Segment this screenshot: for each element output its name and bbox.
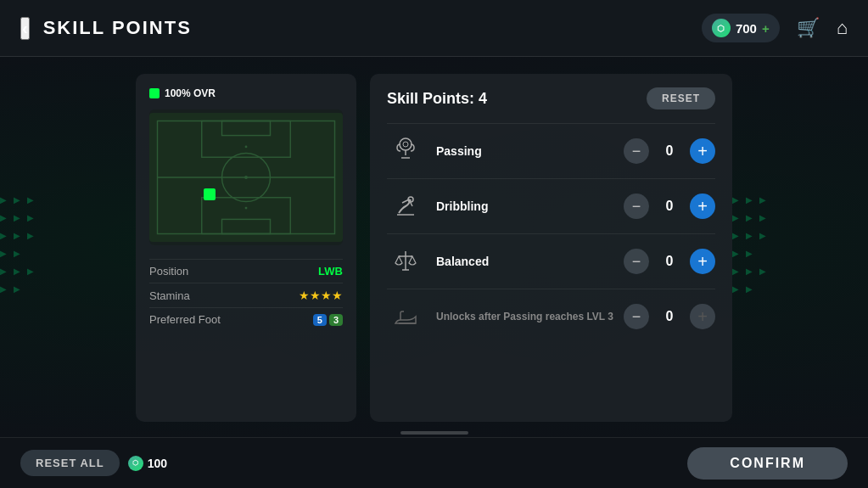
stamina-label: Stamina [149,289,190,302]
svg-point-7 [245,145,248,148]
skills-title: Skill Points: 4 [387,90,487,108]
reset-all-group: RESET ALL ⬡ 100 [20,450,167,476]
locked-skill-name: Unlocks after Passing reaches LVL 3 [436,311,624,323]
balanced-plus-button[interactable]: + [690,249,715,274]
currency-plus: + [762,21,770,36]
svg-point-11 [400,138,412,150]
locked-plus-button[interactable]: + [690,304,715,329]
balanced-count: 0 [661,254,678,269]
balanced-minus-button[interactable]: − [624,249,649,274]
dribbling-icon [387,188,424,225]
passing-name: Passing [436,144,624,158]
bottom-currency-icon: ⬡ [128,456,143,471]
player-position-dot [204,188,216,200]
locked-minus-button[interactable]: − [624,304,649,329]
passing-plus-button[interactable]: + [690,138,715,164]
dribbling-minus-button[interactable]: − [624,194,649,219]
svg-point-14 [403,142,408,147]
position-row: Position LWB [149,259,343,283]
skill-row-balanced: Balanced − 0 + [387,233,715,289]
preferred-foot-label: Preferred Foot [149,313,221,326]
ovr-badge: 100% OVR [149,87,343,99]
balanced-controls: − 0 + [624,249,715,274]
reset-button[interactable]: RESET [647,87,715,109]
left-foot-badge: 5 [313,314,327,326]
currency-amount: 700 [736,21,757,36]
passing-count: 0 [661,143,678,159]
passing-controls: − 0 + [624,138,715,164]
passing-minus-button[interactable]: − [624,138,649,164]
stamina-row: Stamina ★★★★ [149,283,343,307]
currency-badge: ⬡ 700 + [702,14,780,42]
right-foot-badge: 3 [329,314,343,326]
bottom-currency-amount: 100 [148,457,167,470]
locked-controls: − 0 + [624,304,715,329]
bottom-bar: RESET ALL ⬡ 100 CONFIRM [0,437,868,488]
skill-row-locked: Unlocks after Passing reaches LVL 3 − 0 … [387,289,715,344]
pitch-display [149,109,343,245]
dribbling-name: Dribbling [436,199,624,213]
skills-header: Skill Points: 4 RESET [387,87,715,109]
cart-icon[interactable]: 🛒 [797,17,820,39]
player-card: 100% OVR [136,74,356,422]
confirm-button[interactable]: CONFIRM [687,447,848,480]
dribbling-count: 0 [661,199,678,214]
locked-count: 0 [661,309,678,324]
back-button[interactable]: ‹ [20,17,30,40]
header-right: ⬡ 700 + 🛒 ⌂ [702,14,848,42]
skill-row-dribbling: Dribbling − 0 + [387,178,715,233]
skills-panel: Skill Points: 4 RESET Passing [370,74,732,422]
reset-all-button[interactable]: RESET ALL [20,450,120,476]
balanced-name: Balanced [436,255,624,268]
skill-row-passing: Passing − 0 + [387,123,715,178]
page-title: SKILL POINTS [43,17,702,39]
foot-badges: 5 3 [313,314,343,326]
dribbling-controls: − 0 + [624,194,715,219]
currency-icon: ⬡ [712,19,731,37]
position-value: LWB [318,265,343,278]
passing-icon [387,132,424,170]
dribbling-plus-button[interactable]: + [690,194,715,219]
svg-point-10 [245,207,248,210]
preferred-foot-row: Preferred Foot 5 3 [149,307,343,331]
bottom-currency: ⬡ 100 [128,456,167,471]
locked-skill-icon [387,298,424,335]
header: ‹ SKILL POINTS ⬡ 700 + 🛒 ⌂ [0,0,868,57]
ovr-text: 100% OVR [165,87,216,99]
stamina-stars: ★★★★ [299,289,343,302]
ovr-dot [149,88,160,98]
balanced-icon [387,243,424,280]
home-icon[interactable]: ⌂ [837,17,848,39]
position-label: Position [149,265,188,278]
main-content: 100% OVR [0,57,868,439]
